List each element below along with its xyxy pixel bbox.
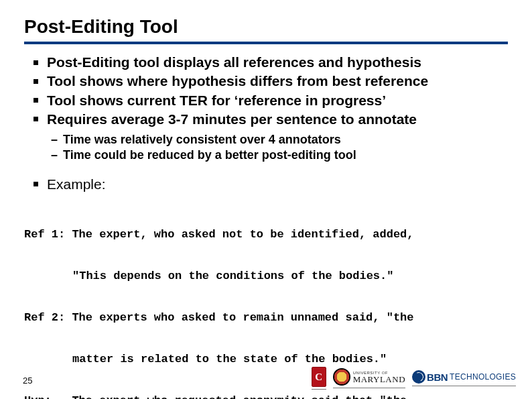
bbn-rest-text: TECHNOLOGIES [450,372,516,382]
example-heading: Example: [24,176,508,193]
slide-content: Post-Editing tool displays all reference… [0,54,532,399]
page-number: 25 [23,376,32,386]
example-ref2-line2: matter is related to the state of the bo… [24,353,508,367]
example-hyp-line1: Hyp: The expert who requested anonymity … [24,394,508,399]
bullet-item: Requires average 3-7 minutes per sentenc… [24,111,508,128]
umd-big-text: MARYLAND [353,375,405,384]
footer-logos: C UNIVERSITY OF MARYLAND BBN TECHNOLOGIE… [312,367,516,390]
slide-title: Post-Editing Tool [0,0,532,42]
cu-logo: C [312,367,326,390]
main-bullets: Post-Editing tool displays all reference… [24,54,508,128]
umd-logo: UNIVERSITY OF MARYLAND [333,368,405,388]
bbn-mark-icon [412,370,425,384]
bullet-item: Tool shows current TER for ‘reference in… [24,92,508,109]
slide: Post-Editing Tool Post-Editing tool disp… [0,0,532,399]
umd-seal-icon [333,368,350,386]
umd-text: UNIVERSITY OF MARYLAND [353,371,405,384]
sub-bullets: Time was relatively consistent over 4 an… [24,132,508,164]
bullet-item: Tool shows where hypothesis differs from… [24,72,508,90]
bbn-logo: BBN TECHNOLOGIES [412,370,516,386]
example-ref1-line1: Ref 1: The expert, who asked not to be i… [24,228,508,242]
example-ref1-line2: "This depends on the conditions of the b… [24,270,508,284]
title-underline [24,42,508,44]
example-ref2-line1: Ref 2: The experts who asked to remain u… [24,311,508,325]
sub-bullet-item: Time was relatively consistent over 4 an… [24,132,508,148]
bullet-item: Post-Editing tool displays all reference… [24,54,508,71]
sub-bullet-item: Time could be reduced by a better post-e… [24,148,508,163]
cu-logo-icon: C [312,367,326,387]
bbn-bold-text: BBN [427,372,448,383]
